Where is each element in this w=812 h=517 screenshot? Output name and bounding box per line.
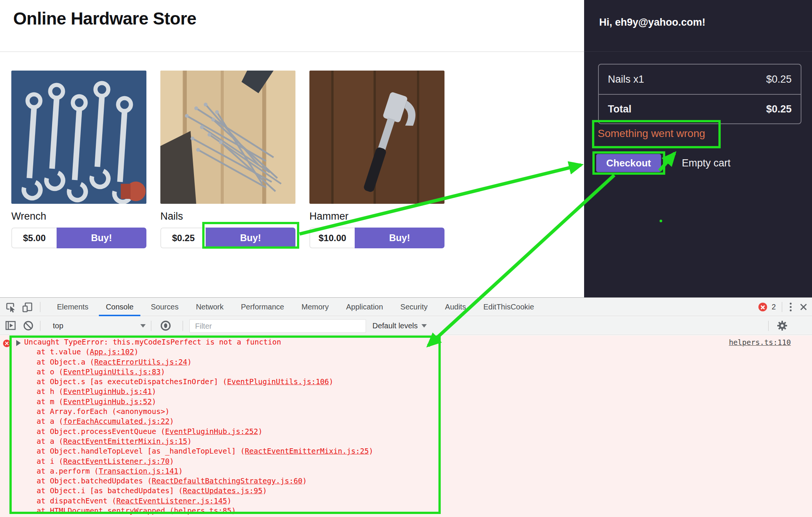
tab-console[interactable]: Console xyxy=(97,298,142,316)
stack-frame: at Object.handleTopLevel [as _handleTopL… xyxy=(37,446,373,456)
stack-source-link[interactable]: App.js:102 xyxy=(90,348,134,356)
stack-frame: at dispatchEvent (ReactEventListener.js:… xyxy=(37,496,373,506)
stack-frame: at Object.s [as executeDispatchesInOrder… xyxy=(37,377,373,387)
stack-source-link[interactable]: EventPluginHub.js:252 xyxy=(165,427,258,436)
error-badge-icon[interactable] xyxy=(758,303,767,311)
tab-editthiscookie[interactable]: EditThisCookie xyxy=(475,298,543,316)
device-toolbar-icon[interactable] xyxy=(22,302,33,313)
annotation-dot xyxy=(660,220,662,222)
devtools-tabs: ElementsConsoleSourcesNetworkPerformance… xyxy=(48,298,543,316)
stack-source-link[interactable]: ReactUpdates.js:95 xyxy=(183,486,262,495)
product-card-wrench: Wrench $5.00 Buy! xyxy=(11,71,146,248)
page: Online Hardware Store Wrench $5.00 Buy! … xyxy=(0,0,812,517)
stack-frame: at a.perform (Transaction.js:141) xyxy=(37,466,373,476)
buy-button-nails[interactable]: Buy! xyxy=(206,228,295,248)
stack-frame: at o (EventPluginUtils.js:83) xyxy=(37,367,373,377)
stack-source-link[interactable]: EventPluginHub.js:41 xyxy=(63,387,152,396)
product-price: $0.25 xyxy=(160,228,206,248)
gear-icon[interactable] xyxy=(777,320,788,331)
divider xyxy=(151,321,151,331)
inspect-element-icon[interactable] xyxy=(5,302,16,313)
context-selector[interactable]: top xyxy=(48,317,149,335)
chevron-down-icon xyxy=(421,324,427,328)
checkout-button[interactable]: Checkout xyxy=(596,154,661,172)
stack-source-link[interactable]: ReactEventListener.js:145 xyxy=(116,497,227,505)
stack-frame: at a (forEachAccumulated.js:22) xyxy=(37,417,373,426)
hammer-product-image xyxy=(309,71,444,204)
error-icon xyxy=(3,340,11,347)
stack-source-link[interactable]: EventPluginUtils.js:83 xyxy=(63,368,160,376)
log-levels-label: Default levels xyxy=(372,322,418,330)
header-divider xyxy=(0,51,584,52)
sidebar-divider xyxy=(584,51,812,52)
buy-button-wrench[interactable]: Buy! xyxy=(57,228,146,248)
stack-frame: at Object.batchedUpdates (ReactDefaultBa… xyxy=(37,476,373,486)
stack-source-link[interactable]: EventPluginUtils.js:106 xyxy=(227,377,329,386)
stack-source-link[interactable]: forEachAccumulated.js:22 xyxy=(63,417,169,426)
tab-audits[interactable]: Audits xyxy=(436,298,475,316)
wrench-product-image xyxy=(11,71,146,204)
devtools-menu-icon[interactable] xyxy=(787,301,795,313)
product-footer: $10.00 Buy! xyxy=(309,228,444,248)
divider xyxy=(40,302,40,312)
stack-source-link[interactable]: ReactDefaultBatchingStrategy.js:60 xyxy=(152,477,302,485)
product-card-nails: Nails $0.25 Buy! xyxy=(160,71,295,248)
stack-source-link[interactable]: Transaction.js:141 xyxy=(98,467,178,475)
stack-source-link[interactable]: ReactErrorUtils.js:24 xyxy=(94,358,188,366)
console-sidebar-icon[interactable] xyxy=(5,320,16,331)
close-icon[interactable] xyxy=(799,303,808,312)
tab-security[interactable]: Security xyxy=(392,298,436,316)
console-output: Uncaught TypeError: this.myCodeIsPerfect… xyxy=(0,335,812,517)
source-file-link[interactable]: helpers.ts:110 xyxy=(729,338,791,347)
stack-frame: at HTMLDocument.sentryWrapped (helpers.t… xyxy=(37,506,373,516)
product-price: $5.00 xyxy=(11,228,57,248)
cart-item-label: Total xyxy=(608,103,632,115)
context-selector-value: top xyxy=(53,322,63,330)
devtools-panel: ElementsConsoleSourcesNetworkPerformance… xyxy=(0,297,812,517)
cart-item-amount: $0.25 xyxy=(766,103,792,115)
filter-input[interactable] xyxy=(189,319,366,333)
divider xyxy=(782,302,782,312)
tab-network[interactable]: Network xyxy=(187,298,232,316)
stack-trace: at t.value (App.js:102)at Object.a (Reac… xyxy=(37,347,373,516)
chevron-down-icon xyxy=(140,324,146,328)
log-levels-dropdown[interactable]: Default levels xyxy=(372,317,427,335)
product-card-hammer: Hammer $10.00 Buy! xyxy=(309,71,444,248)
console-error-message: Uncaught TypeError: this.myCodeIsPerfect… xyxy=(24,337,281,347)
tab-application[interactable]: Application xyxy=(337,298,392,316)
stack-source-link[interactable]: ReactEventListener.js:70 xyxy=(63,457,169,466)
devtools-tabbar: ElementsConsoleSourcesNetworkPerformance… xyxy=(0,298,812,316)
tabbar-controls: 2 xyxy=(758,298,808,316)
empty-cart-button[interactable]: Empty cart xyxy=(682,157,730,169)
stack-frame: at m (EventPluginHub.js:52) xyxy=(37,397,373,407)
tab-sources[interactable]: Sources xyxy=(142,298,187,316)
cart-row: Total$0.25 xyxy=(599,94,801,123)
stack-frame: at a (ReactEventEmitterMixin.js:15) xyxy=(37,437,373,446)
stack-source-link[interactable]: ReactEventEmitterMixin.js:15 xyxy=(63,437,187,446)
stack-frame: at h (EventPluginHub.js:41) xyxy=(37,387,373,397)
stack-frame: at Object.i [as batchedUpdates] (ReactUp… xyxy=(37,486,373,496)
stack-source-link[interactable]: helpers.ts:85 xyxy=(174,506,232,515)
divider xyxy=(768,321,769,331)
stack-frame: at Object.a (ReactErrorUtils.js:24) xyxy=(37,357,373,367)
live-expression-icon[interactable] xyxy=(160,320,171,331)
cart-item-amount: $0.25 xyxy=(766,74,792,85)
product-footer: $0.25 Buy! xyxy=(160,228,295,248)
tab-elements[interactable]: Elements xyxy=(48,298,97,316)
expand-triangle-icon[interactable] xyxy=(16,340,21,346)
tab-performance[interactable]: Performance xyxy=(232,298,293,316)
stack-source-link[interactable]: ReactEventEmitterMixin.js:25 xyxy=(245,447,369,455)
divider xyxy=(40,321,40,331)
page-title: Online Hardware Store xyxy=(13,8,196,29)
clear-console-icon[interactable] xyxy=(23,320,34,331)
cart-summary-table: Nails x1$0.25Total$0.25 xyxy=(598,64,801,124)
console-toolbar: top Default levels xyxy=(0,317,812,335)
user-greeting: Hi, eh9y@yahoo.com! xyxy=(599,17,705,28)
cart-item-label: Nails x1 xyxy=(608,74,644,85)
tab-memory[interactable]: Memory xyxy=(293,298,337,316)
stack-frame: at Array.forEach (<anonymous>) xyxy=(37,407,373,417)
stack-source-link[interactable]: EventPluginHub.js:52 xyxy=(63,397,152,406)
buy-button-hammer[interactable]: Buy! xyxy=(355,228,444,248)
stack-frame: at i (ReactEventListener.js:70) xyxy=(37,457,373,466)
product-price: $10.00 xyxy=(309,228,355,248)
